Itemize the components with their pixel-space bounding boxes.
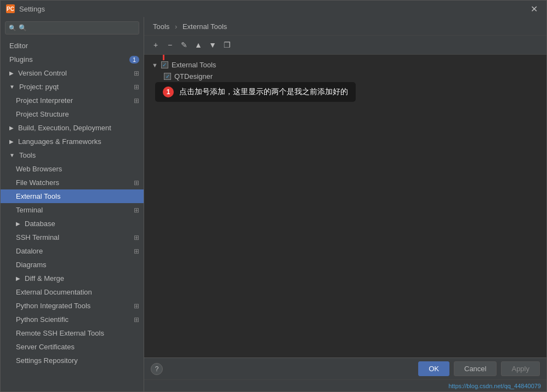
sidebar-item-project-interpreter[interactable]: Project Interpreter ⊞ xyxy=(1,94,144,107)
annotation-text: 点击加号添加，这里显示的两个是我之前添加好的 xyxy=(179,87,348,97)
tools-toolbar: + − ✎ ▲ ▼ ❐ xyxy=(144,36,546,55)
tree-item-external-tools[interactable]: ▼ External Tools xyxy=(149,59,542,71)
search-wrapper: 🔍 xyxy=(5,21,139,34)
project-interpreter-icon: ⊞ xyxy=(134,97,139,105)
settings-window: PC Settings ✕ 🔍 Editor Plugins 1 xyxy=(0,0,547,392)
diff-merge-left: ▶ Diff & Merge xyxy=(16,274,64,283)
sidebar-item-external-doc[interactable]: External Documentation xyxy=(1,285,144,299)
database-left: ▶ Database xyxy=(16,220,55,228)
bottom-right: OK Cancel Apply xyxy=(418,361,540,376)
tools-label: Tools xyxy=(19,151,36,159)
search-box: 🔍 xyxy=(1,17,144,39)
settings-repository-label: Settings Repository xyxy=(16,356,78,365)
sidebar-item-terminal[interactable]: Terminal ⊞ xyxy=(1,203,144,217)
ssh-terminal-icon: ⊞ xyxy=(134,234,139,241)
diagrams-label: Diagrams xyxy=(16,261,47,269)
ssh-terminal-label: SSH Terminal xyxy=(16,233,59,241)
lang-frameworks-label: Languages & Frameworks xyxy=(18,137,101,146)
sidebar-item-server-certificates[interactable]: Server Certificates xyxy=(1,340,144,354)
file-watchers-icon: ⊞ xyxy=(134,179,139,187)
plugins-label: Plugins xyxy=(9,55,33,64)
file-watchers-label: File Watchers xyxy=(16,178,59,187)
help-button[interactable]: ? xyxy=(151,363,163,375)
sidebar-item-diagrams[interactable]: Diagrams xyxy=(1,258,144,272)
tree-label-external-tools: External Tools xyxy=(172,61,216,69)
python-scientific-icon: ⊞ xyxy=(134,316,139,324)
breadcrumb-current: External Tools xyxy=(183,22,227,31)
status-link[interactable]: https://blog.csdn.net/qq_44840079 xyxy=(448,383,541,389)
sidebar-item-build-execution[interactable]: ▶ Build, Execution, Deployment xyxy=(1,121,144,135)
add-button[interactable]: + xyxy=(150,39,162,51)
tools-left: ▼ Tools xyxy=(9,151,36,159)
annotation-number: 1 xyxy=(163,87,174,97)
bottom-bar: ? OK Cancel Apply xyxy=(144,358,546,379)
version-control-left: ▶ Version Control xyxy=(9,69,67,77)
lang-frameworks-arrow: ▶ xyxy=(9,139,14,145)
lang-frameworks-left: ▶ Languages & Frameworks xyxy=(9,137,101,146)
sidebar-item-languages-frameworks[interactable]: ▶ Languages & Frameworks xyxy=(1,135,144,148)
tools-arrow: ▼ xyxy=(9,152,15,158)
sidebar-item-datalore[interactable]: Datalore ⊞ xyxy=(1,244,144,258)
sidebar-item-web-browsers[interactable]: Web Browsers xyxy=(1,162,144,176)
version-control-arrow: ▶ xyxy=(9,70,14,76)
breadcrumb-parent: Tools xyxy=(153,22,169,31)
sidebar-item-project-structure[interactable]: Project Structure xyxy=(1,107,144,121)
tree-item-qtdesigner[interactable]: QTDesigner xyxy=(149,71,542,82)
project-structure-label: Project Structure xyxy=(16,110,69,118)
sidebar-item-ssh-terminal[interactable]: SSH Terminal ⊞ xyxy=(1,230,144,244)
sidebar-item-file-watchers[interactable]: File Watchers ⊞ xyxy=(1,176,144,189)
project-pyqt-icon: ⊞ xyxy=(134,83,139,91)
remote-ssh-label: Remote SSH External Tools xyxy=(16,329,104,337)
python-integrated-icon: ⊞ xyxy=(134,302,139,310)
sidebar-item-database[interactable]: ▶ Database xyxy=(1,217,144,230)
plugins-badge: 1 xyxy=(129,56,139,64)
tree-label-qtdesigner: QTDesigner xyxy=(174,72,213,80)
remove-button[interactable]: − xyxy=(164,39,176,51)
close-button[interactable]: ✕ xyxy=(527,3,541,15)
sidebar-item-project-pyqt[interactable]: ▼ Project: pyqt ⊞ xyxy=(1,80,144,94)
project-interpreter-label: Project Interpreter xyxy=(16,96,73,105)
titlebar-left: PC Settings xyxy=(6,4,45,13)
sidebar-item-external-tools[interactable]: External Tools xyxy=(1,189,144,203)
sidebar-item-plugins[interactable]: Plugins 1 xyxy=(1,53,144,66)
build-execution-arrow: ▶ xyxy=(9,125,14,131)
sidebar-item-settings-repository[interactable]: Settings Repository xyxy=(1,354,144,367)
titlebar: PC Settings ✕ xyxy=(1,1,546,17)
checkbox-external-tools[interactable] xyxy=(161,61,168,68)
move-down-button[interactable]: ▼ xyxy=(207,39,219,51)
cancel-button[interactable]: Cancel xyxy=(454,361,497,376)
terminal-label: Terminal xyxy=(16,206,43,214)
checkbox-qtdesigner[interactable] xyxy=(164,73,171,80)
external-tools-label: External Tools xyxy=(16,192,60,200)
sidebar: 🔍 Editor Plugins 1 ▶ Version Control ⊞ xyxy=(1,17,144,391)
tools-content: ▼ External Tools QTDesigner PyUIC 1 点击加号… xyxy=(144,55,546,358)
build-execution-label: Build, Execution, Deployment xyxy=(18,124,111,132)
python-integrated-label: Python Integrated Tools xyxy=(16,302,90,310)
ok-button[interactable]: OK xyxy=(418,361,449,376)
sidebar-item-tools[interactable]: ▼ Tools xyxy=(1,148,144,162)
copy-button[interactable]: ❐ xyxy=(221,39,233,51)
move-up-button[interactable]: ▲ xyxy=(192,39,204,51)
sidebar-item-diff-merge[interactable]: ▶ Diff & Merge xyxy=(1,272,144,285)
project-pyqt-arrow: ▼ xyxy=(9,84,15,90)
project-pyqt-label: Project: pyqt xyxy=(19,83,59,91)
expand-arrow: ▼ xyxy=(152,62,158,68)
sidebar-item-editor[interactable]: Editor xyxy=(1,39,144,53)
diff-merge-label: Diff & Merge xyxy=(25,274,64,283)
sidebar-item-remote-ssh[interactable]: Remote SSH External Tools xyxy=(1,326,144,340)
web-browsers-label: Web Browsers xyxy=(16,165,62,173)
sidebar-item-python-integrated[interactable]: Python Integrated Tools ⊞ xyxy=(1,299,144,313)
external-doc-label: External Documentation xyxy=(16,288,92,296)
database-label: Database xyxy=(25,220,55,228)
search-input[interactable] xyxy=(5,21,139,34)
sidebar-item-python-scientific[interactable]: Python Scientific ⊞ xyxy=(1,313,144,326)
build-execution-left: ▶ Build, Execution, Deployment xyxy=(9,124,111,132)
apply-button[interactable]: Apply xyxy=(501,361,540,376)
editor-label: Editor xyxy=(9,42,28,50)
edit-button[interactable]: ✎ xyxy=(178,39,190,51)
sidebar-item-version-control[interactable]: ▶ Version Control ⊞ xyxy=(1,66,144,80)
status-bar: https://blog.csdn.net/qq_44840079 xyxy=(144,379,546,391)
datalore-label: Datalore xyxy=(16,247,43,255)
version-control-label: Version Control xyxy=(18,69,67,77)
breadcrumb-separator: › xyxy=(175,22,177,31)
